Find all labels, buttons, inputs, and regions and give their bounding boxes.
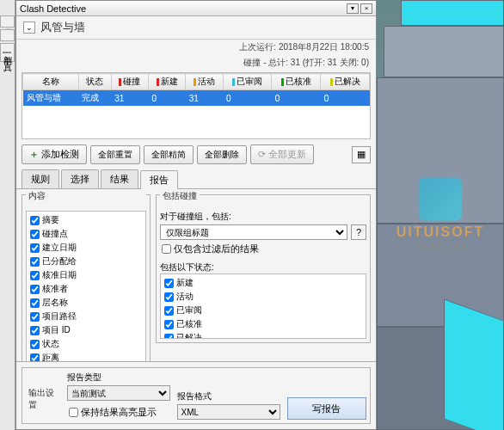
state-item[interactable]: 已解决 xyxy=(163,331,364,339)
help-button[interactable]: ? xyxy=(351,224,366,240)
last-run: 上次运行: 2018年8月22日 18:00:5 xyxy=(16,40,376,55)
vertical-tabs: 选定树 集合 剖单 | 真 xyxy=(0,0,15,430)
section-header: ⌄ 风管与墙 xyxy=(16,16,376,40)
content-item[interactable]: 核准者 xyxy=(28,282,144,296)
refresh-icon: ⟳ xyxy=(258,149,266,160)
tab-report[interactable]: 报告 xyxy=(140,170,178,189)
collapse-button[interactable]: ⌄ xyxy=(23,22,35,34)
write-report-button[interactable]: 写报告 xyxy=(287,397,366,420)
content-item[interactable]: 摘要 xyxy=(28,213,144,227)
format-label: 报告格式 xyxy=(177,390,280,402)
col-header[interactable]: 碰撞 xyxy=(111,74,148,90)
summary: 碰撞 - 总计: 31 (打开: 31 关闭: 0) xyxy=(16,55,376,71)
tabs: 规则 选择 结果 报告 xyxy=(16,169,376,189)
group-label: 对于碰撞组，包括: xyxy=(160,211,366,223)
output-legend: 输出设置 xyxy=(26,387,60,411)
state-item[interactable]: 已审阅 xyxy=(163,304,364,317)
test-name: 风管与墙 xyxy=(40,20,85,35)
content-item[interactable]: 层名称 xyxy=(28,296,144,310)
col-header[interactable]: 状态 xyxy=(78,74,111,90)
filter-only-check[interactable]: 仅包含过滤后的结果 xyxy=(160,242,366,256)
content-item[interactable]: 项目路径 xyxy=(28,310,144,323)
content-item[interactable]: 已分配给 xyxy=(28,255,144,268)
col-header[interactable]: 名称 xyxy=(23,74,79,90)
plus-icon: ＋ xyxy=(29,148,39,161)
content-item[interactable]: 状态 xyxy=(28,337,144,351)
export-button[interactable]: ▦ xyxy=(352,146,371,163)
reset-all-button[interactable]: 全部重置 xyxy=(90,145,140,164)
keep-highlight-check[interactable]: 保持结果高亮显示 xyxy=(67,405,170,420)
col-header[interactable]: 已审阅 xyxy=(223,74,272,90)
add-test-button[interactable]: ＋添加检测 xyxy=(22,144,87,164)
tab-select[interactable]: 选择 xyxy=(61,169,99,188)
content-item[interactable]: 项目 ID xyxy=(28,323,144,337)
content-item[interactable]: 核准日期 xyxy=(28,268,144,282)
update-all-button[interactable]: ⟳全部更新 xyxy=(250,144,314,164)
report-format-select[interactable]: XML xyxy=(177,404,280,420)
compact-all-button[interactable]: 全部精简 xyxy=(144,145,194,164)
clash-panel: Clash Detective ▾ × ⌄ 风管与墙 上次运行: 2018年8月… xyxy=(15,0,377,430)
vtab-2[interactable]: 剖单 | 真 xyxy=(0,43,15,62)
pin-button[interactable]: ▾ xyxy=(347,3,359,14)
content-item[interactable]: 碰撞点 xyxy=(28,227,144,241)
content-fieldset: 内容 摘要碰撞点建立日期已分配给核准日期核准者层名称项目路径项目 ID状态距离说… xyxy=(22,194,151,361)
content-item[interactable]: 距离 xyxy=(28,351,144,361)
state-item[interactable]: 新建 xyxy=(163,276,364,290)
button-row: ＋添加检测 全部重置 全部精简 全部删除 ⟳全部更新 ▦ xyxy=(16,139,376,169)
close-button[interactable]: × xyxy=(360,3,372,14)
col-header[interactable]: 已核准 xyxy=(272,74,321,90)
output-fieldset: 输出设置 报告类型 当前测试 保持结果高亮显示 报告格式 XML 写报告 xyxy=(22,367,371,424)
col-header[interactable]: 新建 xyxy=(149,74,186,90)
states-label: 包括以下状态: xyxy=(160,261,366,273)
delete-all-button[interactable]: 全部删除 xyxy=(197,145,247,164)
report-type-select[interactable]: 当前测试 xyxy=(67,385,170,401)
content-list[interactable]: 摘要碰撞点建立日期已分配给核准日期核准者层名称项目路径项目 ID状态距离说明注释… xyxy=(26,211,146,361)
content-legend: 内容 xyxy=(26,190,146,202)
tab-rules[interactable]: 规则 xyxy=(22,169,59,188)
3d-viewport[interactable]: UITUISOFT 腿腿教学网 xyxy=(377,0,504,430)
state-item[interactable]: 活动 xyxy=(163,290,364,304)
type-label: 报告类型 xyxy=(67,372,170,384)
vtab-1[interactable]: 集合 xyxy=(0,29,15,41)
window-title: Clash Detective xyxy=(20,3,86,14)
group-select[interactable]: 仅限组标题 xyxy=(160,224,347,240)
content-item[interactable]: 建立日期 xyxy=(28,241,144,255)
state-item[interactable]: 已核准 xyxy=(163,317,364,331)
titlebar: Clash Detective ▾ × xyxy=(16,1,376,16)
states-list[interactable]: 新建活动已审阅已核准已解决 xyxy=(160,273,366,339)
include-legend: 包括碰撞 xyxy=(160,190,200,202)
vtab-0[interactable]: 选定树 xyxy=(0,15,15,28)
table-row[interactable]: 风管与墙完成31031000 xyxy=(23,90,370,107)
col-header[interactable]: 已解决 xyxy=(321,74,370,90)
clash-table: 名称状态碰撞新建活动已审阅已核准已解决 风管与墙完成31031000 xyxy=(22,72,371,139)
col-header[interactable]: 活动 xyxy=(186,74,223,90)
include-fieldset: 包括碰撞 对于碰撞组，包括: 仅限组标题 ? 仅包含过滤后的结果 包括以下状态:… xyxy=(156,194,371,343)
tab-results[interactable]: 结果 xyxy=(101,169,138,188)
